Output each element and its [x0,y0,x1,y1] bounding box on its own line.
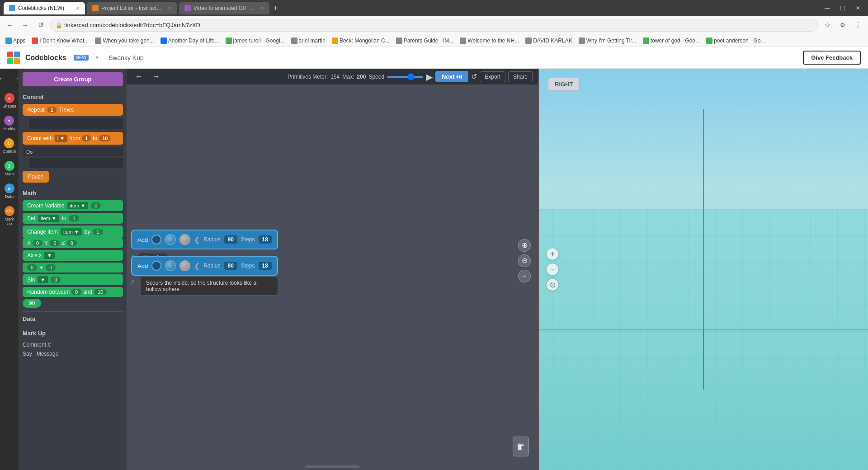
say-block-item[interactable]: Say Message [23,349,123,358]
sidebar-item-modify[interactable]: ✦ Modify [1,113,17,134]
back-button[interactable]: ← [4,19,16,32]
repeat-block[interactable]: Repeat 1 Times [23,104,123,116]
add2-val[interactable]: 0 [46,264,56,271]
variable-item-dropdown[interactable]: item ▼ [67,202,89,209]
tab-close-codeblocks[interactable]: × [76,5,80,12]
axis-block[interactable]: Axis x ▼ [23,250,123,261]
next-icon: ⏭ [456,73,462,80]
sphere-chevron-1[interactable]: ❮ [194,235,200,244]
refresh-button[interactable]: ↺ [34,19,47,32]
logo-sq-1 [7,52,13,57]
create-group-button[interactable]: Create Group [23,72,123,86]
viewport-zoom-in-button[interactable]: + [546,248,559,260]
close-button[interactable]: × [852,2,864,14]
redo-canvas-button[interactable]: → [149,71,163,82]
sphere-radius-val-1[interactable]: 90 [224,235,237,244]
sphere-steps-val-2[interactable]: 18 [259,262,272,270]
sin-block[interactable]: Sin ▼ 0 [23,274,123,285]
create-variable-block[interactable]: Create Variable item ▼ 0 [23,200,123,211]
bookmark-9[interactable]: DAVID KARLAK [524,38,574,44]
minimize-button[interactable]: ─ [821,2,834,14]
random-to[interactable]: 10 [94,289,107,295]
xyz-block[interactable]: X 0 Y 0 Z 0 [23,238,123,248]
play-button[interactable]: ▶ [426,71,433,82]
tab-codeblocks[interactable]: Codeblocks (NEW) × [4,2,85,14]
export-button[interactable]: Export [480,71,505,82]
menu-button[interactable]: ⋮ [852,19,864,32]
tab-gif[interactable]: Video to animated GIF converte... × [179,2,269,14]
bookmark-4[interactable]: james turell - Googl... [224,38,287,44]
canvas-zoom-in-button[interactable]: ⊕ [518,239,531,252]
sphere-block-1[interactable]: Add ❮ Radius 90 Steps 18 [131,230,278,249]
maximize-button[interactable]: □ [836,2,849,14]
reset-button[interactable]: ↺ [471,72,477,81]
canvas-zoom-fit-button[interactable]: = [518,270,531,282]
sphere-chevron-2[interactable]: ❮ [194,262,200,270]
logo-sq-2 [14,52,20,57]
count-i-dropdown[interactable]: i ▼ [55,135,67,142]
next-button[interactable]: Next ⏭ [435,71,468,82]
change-item-dropdown[interactable]: item ▼ [61,228,82,235]
count-from-val[interactable]: 1 [82,135,91,141]
sphere-steps-val-1[interactable]: 18 [259,235,272,244]
count-with-block[interactable]: Count with i ▼ from 1 to 10 [23,132,123,145]
tab-close-gif[interactable]: × [260,5,264,12]
viewport-zoom-fit-button[interactable]: ⊙ [546,278,559,291]
new-tab-button[interactable]: + [273,4,278,13]
change-item-block[interactable]: Change item item ▼ by 1 [23,226,123,238]
undo-canvas-button[interactable]: ← [132,71,146,82]
x-val[interactable]: 0 [33,240,42,246]
tab-instructables[interactable]: Project Editor - Instructables × [87,2,177,14]
star-button[interactable]: ☆ [821,19,834,32]
address-bar[interactable]: 🔒 tinkercad.com/codeblocks/edit?doc=bFQJ… [50,19,818,32]
trash-button[interactable]: 🗑 [513,437,529,456]
forward-button[interactable]: → [19,19,32,32]
comment-block-item[interactable]: Comment // [23,340,123,349]
sidebar-item-control[interactable]: ↻ Control [1,136,18,156]
share-button[interactable]: Share [508,71,533,82]
bookmark-apps[interactable]: Apps [4,38,27,44]
pause-block[interactable]: Pause [23,171,49,183]
count-to-val[interactable]: 10 [99,135,111,141]
horizontal-scrollbar[interactable] [305,465,359,468]
sidebar-item-markup[interactable]: </> Mark Up [0,203,19,229]
set-block[interactable]: Set item ▼ to 1 [23,213,123,224]
sin-val[interactable]: 0 [51,277,61,283]
sphere-block-2[interactable]: Add ❮ Radius 80 Steps 18 [131,256,278,276]
sphere-radius-val-2[interactable]: 80 [224,262,237,270]
bookmark-6[interactable]: Beck: Mongolian C... [330,38,392,44]
repeat-count[interactable]: 1 [47,107,57,113]
appname-dropdown[interactable]: ▼ [95,55,99,60]
z-val[interactable]: 0 [67,240,77,246]
canvas-zoom-out-button[interactable]: ⊖ [518,254,531,267]
random-from[interactable]: 0 [71,289,81,295]
give-feedback-button[interactable]: Give Feedback [803,51,861,65]
undo-button[interactable]: ← [0,72,9,85]
random-between-block[interactable]: Random between 0 and 10 [23,287,123,297]
blocks-canvas[interactable]: Add ❮ Radius 90 Steps 18 // The sky [127,85,538,470]
y-val[interactable]: 0 [50,240,60,246]
bookmark-5[interactable]: ariel martin [289,38,327,44]
add1-val[interactable]: 0 [27,264,37,271]
sidebar-item-shapes[interactable]: ● Shapes [0,90,18,111]
bookmark-12[interactable]: poet anderson - Go... [704,38,767,44]
sidebar-item-data[interactable]: ≡ Data [3,181,16,202]
add-block[interactable]: 0 + 0 [23,263,123,273]
set-item-dropdown[interactable]: item ▼ [38,215,59,222]
sin-dropdown[interactable]: ▼ [38,276,48,283]
sidebar-item-math[interactable]: ± Math [3,158,16,179]
bookmark-3[interactable]: Another Day of Life... [159,38,221,44]
speed-slider[interactable] [387,76,423,78]
bookmark-7[interactable]: Parents Guide - IM... [394,38,456,44]
tab-close-instructables[interactable]: × [168,5,172,12]
right-label[interactable]: RIGHT [548,78,580,91]
bookmark-8[interactable]: Welcome to the NH... [458,38,521,44]
extensions-button[interactable]: ⚙ [836,19,849,32]
bookmark-1[interactable]: I Don't Know What... [30,38,90,44]
axis-dropdown[interactable]: ▼ [44,252,55,259]
bookmark-11[interactable]: tower of god - Goo... [641,38,702,44]
bookmark-2[interactable]: When you take gen... [93,38,156,44]
viewport-zoom-out-button[interactable]: − [546,263,559,276]
bookmark-10[interactable]: Why I'm Getting Tir... [577,38,638,44]
viewport-3d[interactable]: RIGHT + − ⊙ [538,69,868,470]
